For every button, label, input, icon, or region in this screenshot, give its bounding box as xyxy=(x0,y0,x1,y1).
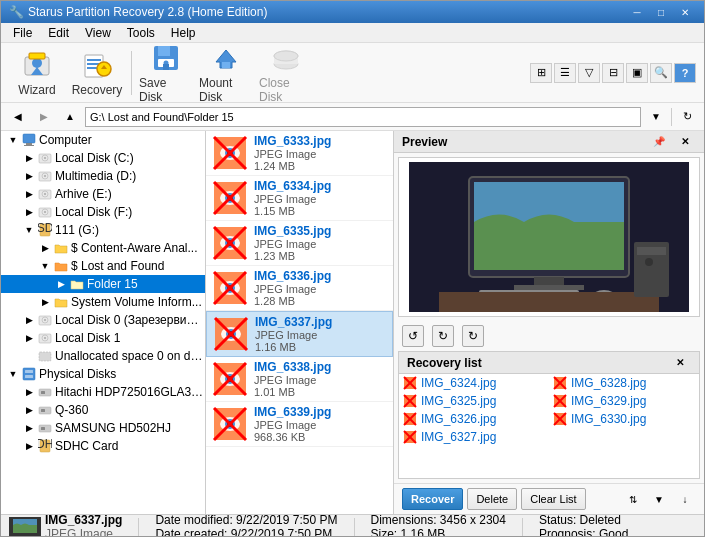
tree-toggle-system-vol[interactable]: ▶ xyxy=(37,294,53,310)
tree-toggle-local-c[interactable]: ▶ xyxy=(21,150,37,166)
panel-icon[interactable]: ▣ xyxy=(626,63,648,83)
list-item[interactable]: IMG_6333.jpg JPEG Image 1.24 MB xyxy=(206,131,393,176)
tree-item-computer[interactable]: ▼ Computer xyxy=(1,131,205,149)
svg-rect-18 xyxy=(26,143,32,145)
tree-item-content-aware[interactable]: ▶ $ Content-Aware Anal... xyxy=(1,239,205,257)
tree-item-arhive-e[interactable]: ▶ Arhive (E:) xyxy=(1,185,205,203)
forward-button[interactable]: ▶ xyxy=(33,107,55,127)
list-item[interactable]: IMG_6339.jpg JPEG Image 968.36 KB xyxy=(206,402,393,447)
tree-label-content-aware: $ Content-Aware Anal... xyxy=(71,241,198,255)
save-disk-button[interactable]: Save Disk xyxy=(138,47,194,99)
recover-button[interactable]: Recover xyxy=(402,488,463,510)
preview-image-area xyxy=(398,157,700,317)
tree-item-q360[interactable]: ▶ Q-360 xyxy=(1,401,205,419)
recovery-list-close-button[interactable]: ✕ xyxy=(669,353,691,373)
maximize-button[interactable]: □ xyxy=(650,4,672,20)
tree-item-system-vol[interactable]: ▶ System Volume Inform... xyxy=(1,293,205,311)
tree-toggle-physical-disks[interactable]: ▼ xyxy=(5,366,21,382)
list-item[interactable]: IMG_6337.jpg JPEG Image 1.16 MB xyxy=(206,311,393,357)
sort-down-icon[interactable]: ↓ xyxy=(674,489,696,509)
columns-icon[interactable]: ⊟ xyxy=(602,63,624,83)
list-item[interactable]: IMG_6327.jpg xyxy=(399,428,549,446)
tree-item-lost-found[interactable]: ▼ $ Lost and Found xyxy=(1,257,205,275)
recovery-label: Recovery xyxy=(72,83,123,97)
back-button[interactable]: ◀ xyxy=(7,107,29,127)
list-item[interactable]: IMG_6325.jpg xyxy=(399,392,549,410)
preview-prev-button[interactable]: ↺ xyxy=(402,325,424,347)
tree-label-q360: Q-360 xyxy=(55,403,88,417)
menu-help[interactable]: Help xyxy=(163,24,204,42)
tree-item-physical-disks[interactable]: ▼ Physical Disks xyxy=(1,365,205,383)
preview-close-button[interactable]: ✕ xyxy=(674,132,696,152)
tree-item-local-disk0[interactable]: ▶ Local Disk 0 (Зарезервиро... xyxy=(1,311,205,329)
menu-tools[interactable]: Tools xyxy=(119,24,163,42)
list-item[interactable]: IMG_6324.jpg xyxy=(399,374,549,392)
tree-toggle-computer[interactable]: ▼ xyxy=(5,132,21,148)
close-button[interactable]: ✕ xyxy=(674,4,696,20)
tree-item-111-g[interactable]: ▼ SD 111 (G:) xyxy=(1,221,205,239)
refresh-icon[interactable]: ↻ xyxy=(676,107,698,127)
search-icon[interactable]: 🔍 xyxy=(650,63,672,83)
mount-disk-button[interactable]: Mount Disk xyxy=(198,47,254,99)
tree-item-local-c[interactable]: ▶ Local Disk (C:) xyxy=(1,149,205,167)
tree-toggle-multimedia-d[interactable]: ▶ xyxy=(21,168,37,184)
recovery-button[interactable]: Recovery xyxy=(69,47,125,99)
tree-item-multimedia-d[interactable]: ▶ Multimedia (D:) xyxy=(1,167,205,185)
address-input[interactable] xyxy=(85,107,641,127)
clear-list-button[interactable]: Clear List xyxy=(521,488,585,510)
list-item[interactable]: IMG_6329.jpg xyxy=(549,392,699,410)
help-icon[interactable]: ? xyxy=(674,63,696,83)
list-view-icon[interactable]: ☰ xyxy=(554,63,576,83)
menu-view[interactable]: View xyxy=(77,24,119,42)
tree-toggle-local-disk1[interactable]: ▶ xyxy=(21,330,37,346)
tree-item-hitachi[interactable]: ▶ Hitachi HDP725016GLA380... xyxy=(1,383,205,401)
tree-toggle-local-disk0[interactable]: ▶ xyxy=(21,312,37,328)
tree-item-samsung[interactable]: ▶ SAMSUNG HD502HJ xyxy=(1,419,205,437)
preview-pin-button[interactable]: 📌 xyxy=(648,132,670,152)
wizard-button[interactable]: Wizard xyxy=(9,47,65,99)
list-item[interactable]: IMG_6335.jpg JPEG Image 1.23 MB xyxy=(206,221,393,266)
list-item[interactable]: IMG_6336.jpg JPEG Image 1.28 MB xyxy=(206,266,393,311)
tree-toggle-111-g[interactable]: ▼ xyxy=(21,222,37,238)
list-item[interactable]: IMG_6328.jpg xyxy=(549,374,699,392)
tree-label-samsung: SAMSUNG HD502HJ xyxy=(55,421,171,435)
minimize-button[interactable]: ─ xyxy=(626,4,648,20)
list-item[interactable]: IMG_6326.jpg xyxy=(399,410,549,428)
preview-play-button[interactable]: ↻ xyxy=(432,325,454,347)
tree-item-unallocated[interactable]: Unallocated space 0 on dri... xyxy=(1,347,205,365)
tree-item-local-disk1[interactable]: ▶ Local Disk 1 xyxy=(1,329,205,347)
preview-next-button[interactable]: ↻ xyxy=(462,325,484,347)
grid-view-icon[interactable]: ⊞ xyxy=(530,63,552,83)
status-file-info: IMG_6337.jpg JPEG Image xyxy=(45,514,122,537)
list-item[interactable]: IMG_6334.jpg JPEG Image 1.15 MB xyxy=(206,176,393,221)
tree-toggle-lost-found[interactable]: ▼ xyxy=(37,258,53,274)
tree-toggle-arhive-e[interactable]: ▶ xyxy=(21,186,37,202)
tree-toggle-q360[interactable]: ▶ xyxy=(21,402,37,418)
tree-toggle-hitachi[interactable]: ▶ xyxy=(21,384,37,400)
tree-item-local-f[interactable]: ▶ Local Disk (F:) xyxy=(1,203,205,221)
tree-toggle-samsung[interactable]: ▶ xyxy=(21,420,37,436)
physical-disks-icon xyxy=(21,366,37,382)
tree-toggle-local-f[interactable]: ▶ xyxy=(21,204,37,220)
tree-label-arhive-e: Arhive (E:) xyxy=(55,187,112,201)
address-dropdown[interactable]: ▼ xyxy=(645,107,667,127)
menu-edit[interactable]: Edit xyxy=(40,24,77,42)
window-controls: ─ □ ✕ xyxy=(626,4,696,20)
list-item[interactable]: IMG_6338.jpg JPEG Image 1.01 MB xyxy=(206,357,393,402)
tree-item-sdhc[interactable]: ▶ SDHC SDHC Card xyxy=(1,437,205,455)
file-details: IMG_6337.jpg JPEG Image 1.16 MB xyxy=(255,315,332,353)
sort-icon[interactable]: ⇅ xyxy=(622,489,644,509)
dropdown-icon[interactable]: ▼ xyxy=(648,489,670,509)
menu-file[interactable]: File xyxy=(5,24,40,42)
tree-toggle-content-aware[interactable]: ▶ xyxy=(37,240,53,256)
filter-icon[interactable]: ▽ xyxy=(578,63,600,83)
tree-toggle-folder15[interactable]: ▶ xyxy=(53,276,69,292)
tree-toggle-sdhc[interactable]: ▶ xyxy=(21,438,37,454)
up-button[interactable]: ▲ xyxy=(59,107,81,127)
delete-button[interactable]: Delete xyxy=(467,488,517,510)
tree-item-folder15[interactable]: ▶ Folder 15 xyxy=(1,275,205,293)
list-item[interactable]: IMG_6330.jpg xyxy=(549,410,699,428)
file-name: IMG_6335.jpg xyxy=(254,224,331,238)
tree-label-unallocated: Unallocated space 0 on dri... xyxy=(55,349,205,363)
app-icon: 🔧 xyxy=(9,5,24,19)
